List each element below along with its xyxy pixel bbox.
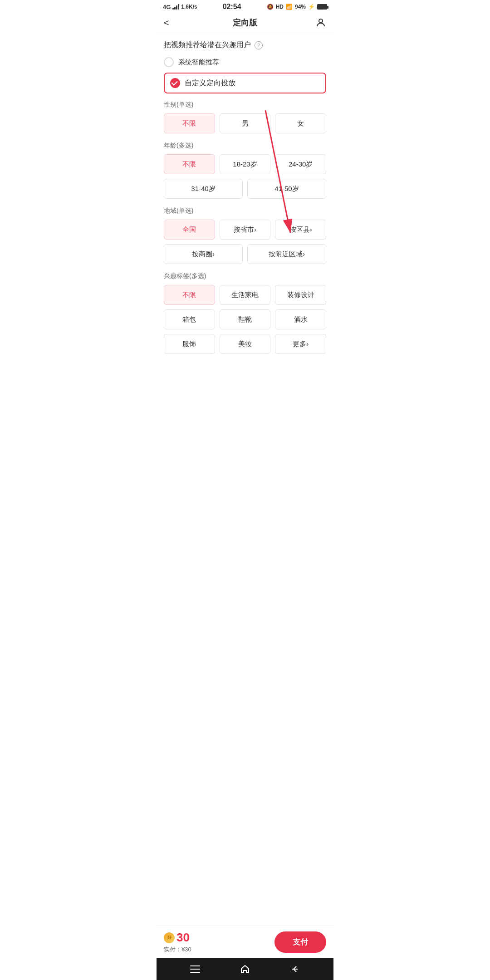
- region-label: 地域(单选): [164, 207, 326, 215]
- interest-bags[interactable]: 箱包: [164, 309, 215, 329]
- age-unlimited[interactable]: 不限: [164, 154, 215, 174]
- age-label: 年龄(多选): [164, 142, 326, 150]
- interest-unlimited[interactable]: 不限: [164, 285, 215, 305]
- main-content: 把视频推荐给潜在兴趣用户 ? 系统智能推荐 自定义定向投放 性别(单选) 不限 …: [157, 33, 333, 407]
- region-district[interactable]: 按区县›: [275, 220, 326, 240]
- region-national[interactable]: 全国: [164, 220, 215, 240]
- age-18-23[interactable]: 18-23岁: [220, 154, 271, 174]
- gender-section: 性别(单选) 不限 男 女: [164, 101, 326, 133]
- age-31-40[interactable]: 31-40岁: [164, 179, 243, 199]
- wifi-icon: 📶: [286, 4, 293, 10]
- user-icon[interactable]: [310, 17, 326, 28]
- back-button[interactable]: <: [164, 18, 180, 28]
- interest-section: 兴趣标签(多选) 不限 生活家电 装修设计 箱包 鞋靴 酒水 服饰 美妆 更多›: [164, 272, 326, 354]
- signal-bars: [172, 4, 179, 10]
- custom-option-selected[interactable]: 自定义定向投放: [164, 73, 326, 93]
- region-province[interactable]: 按省市›: [220, 220, 271, 240]
- interest-more[interactable]: 更多›: [275, 334, 326, 354]
- svg-point-0: [319, 19, 323, 23]
- age-grid: 不限 18-23岁 24-30岁: [164, 154, 326, 174]
- gender-label: 性别(单选): [164, 101, 326, 109]
- section-title: 把视频推荐给潜在兴趣用户: [164, 40, 251, 50]
- custom-label: 自定义定向投放: [185, 78, 235, 88]
- interest-grid-1: 不限 生活家电 装修设计: [164, 285, 326, 305]
- interest-grid-3: 服饰 美妆 更多›: [164, 334, 326, 354]
- alarm-icon: 🔕: [267, 4, 274, 10]
- speed-label: 1.6K/s: [181, 4, 197, 10]
- page-title: 定向版: [233, 17, 257, 28]
- gender-female[interactable]: 女: [275, 113, 326, 133]
- time-display: 02:54: [223, 3, 241, 11]
- system-option[interactable]: 系统智能推荐: [164, 57, 326, 67]
- gender-male[interactable]: 男: [220, 113, 271, 133]
- region-grid-2: 按商圈› 按附近区域›: [164, 244, 326, 264]
- section-title-row: 把视频推荐给潜在兴趣用户 ?: [164, 40, 326, 50]
- system-radio[interactable]: [164, 57, 174, 67]
- interest-alcohol[interactable]: 酒水: [275, 309, 326, 329]
- interest-label: 兴趣标签(多选): [164, 272, 326, 280]
- gender-unlimited[interactable]: 不限: [164, 113, 215, 133]
- age-41-50[interactable]: 41-50岁: [247, 179, 326, 199]
- gender-grid: 不限 男 女: [164, 113, 326, 133]
- status-right: 🔕 HD 📶 94% ⚡: [267, 4, 327, 10]
- interest-clothing[interactable]: 服饰: [164, 334, 215, 354]
- region-nearby[interactable]: 按附近区域›: [247, 244, 326, 264]
- help-icon[interactable]: ?: [255, 41, 263, 49]
- interest-makeup[interactable]: 美妆: [220, 334, 271, 354]
- system-label: 系统智能推荐: [178, 58, 219, 67]
- interest-shoes[interactable]: 鞋靴: [220, 309, 271, 329]
- region-section: 地域(单选) 全国 按省市› 按区县› 按商圈› 按附近区域›: [164, 207, 326, 264]
- interest-appliance[interactable]: 生活家电: [220, 285, 271, 305]
- interest-decoration[interactable]: 装修设计: [275, 285, 326, 305]
- status-left: 4G 1.6K/s: [163, 4, 197, 10]
- region-grid-1: 全国 按省市› 按区县›: [164, 220, 326, 240]
- age-grid-2: 31-40岁 41-50岁: [164, 179, 326, 199]
- interest-grid-2: 箱包 鞋靴 酒水: [164, 309, 326, 329]
- age-24-30[interactable]: 24-30岁: [275, 154, 326, 174]
- region-business[interactable]: 按商圈›: [164, 244, 243, 264]
- status-bar: 4G 1.6K/s 02:54 🔕 HD 📶 94% ⚡: [157, 0, 333, 13]
- hd-label: HD: [276, 4, 284, 10]
- header: < 定向版: [157, 13, 333, 33]
- charging-icon: ⚡: [308, 4, 315, 10]
- age-section: 年龄(多选) 不限 18-23岁 24-30岁 31-40岁 41-50岁: [164, 142, 326, 199]
- battery-icon: [317, 4, 327, 10]
- custom-radio[interactable]: [170, 78, 180, 88]
- network-label: 4G: [163, 4, 171, 10]
- battery-percent: 94%: [295, 4, 306, 10]
